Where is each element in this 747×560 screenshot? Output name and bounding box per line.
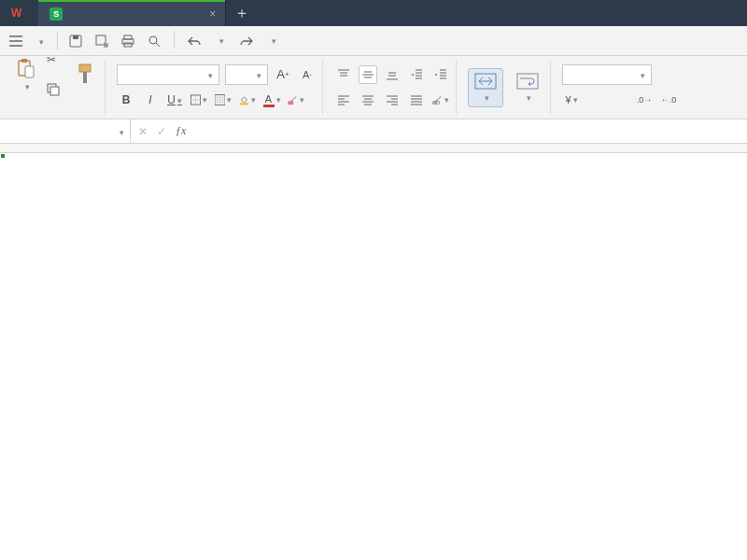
- paste-button[interactable]: [11, 58, 41, 91]
- wps-logo-icon: W: [11, 7, 21, 20]
- paste-label: [23, 80, 30, 91]
- wrap-text-button[interactable]: [511, 73, 544, 103]
- merge-center-label: [483, 91, 489, 103]
- svg-rect-12: [79, 64, 91, 72]
- close-tab-icon[interactable]: ×: [209, 7, 216, 21]
- increase-indent-button[interactable]: [431, 65, 450, 84]
- cut-button[interactable]: ✂: [47, 47, 65, 73]
- merge-center-button[interactable]: [468, 68, 503, 107]
- decrease-indent-button[interactable]: [407, 65, 426, 84]
- align-left-button[interactable]: [334, 91, 353, 109]
- justify-button[interactable]: [407, 91, 426, 109]
- fill-color-button[interactable]: [238, 91, 257, 109]
- group-merge: [462, 60, 551, 115]
- spreadsheet-grid[interactable]: [0, 153, 747, 558]
- chevron-down-icon: [206, 68, 213, 81]
- undo-icon[interactable]: [184, 31, 204, 51]
- spreadsheet-icon: S: [49, 7, 63, 21]
- copy-icon: [47, 83, 60, 96]
- print-icon[interactable]: [118, 31, 138, 51]
- svg-rect-11: [50, 87, 59, 95]
- document-tab[interactable]: S ×: [38, 0, 225, 26]
- formula-input[interactable]: [195, 119, 740, 143]
- brush-icon: [77, 63, 93, 84]
- increase-font-button[interactable]: A+: [274, 65, 292, 84]
- group-alignment: ab: [329, 60, 457, 115]
- separator: [174, 31, 175, 48]
- formula-bar[interactable]: ✕ ✓ ƒx: [131, 119, 747, 143]
- chevron-down-icon: [37, 35, 44, 48]
- group-font: A+ A- B I U A: [111, 60, 323, 115]
- cancel-icon[interactable]: ✕: [138, 125, 148, 138]
- confirm-icon[interactable]: ✓: [157, 125, 166, 138]
- formula-bar-row: ✕ ✓ ƒx: [0, 119, 747, 144]
- font-size-select[interactable]: [225, 64, 268, 85]
- fill-pattern-button[interactable]: [214, 91, 233, 109]
- align-middle-button[interactable]: [359, 65, 377, 84]
- increase-decimal-button[interactable]: .0→: [635, 91, 654, 109]
- undo-dropdown[interactable]: [210, 31, 231, 51]
- percent-button[interactable]: [586, 91, 605, 109]
- currency-button[interactable]: ¥: [562, 91, 581, 109]
- merge-icon: [474, 73, 497, 90]
- print-preview-icon[interactable]: [144, 31, 164, 51]
- group-number: ¥ .0→ ←.0: [557, 60, 684, 115]
- font-name-select[interactable]: [117, 64, 219, 85]
- new-tab-button[interactable]: ＋: [226, 0, 258, 26]
- title-bar: W S × ＋: [0, 0, 747, 26]
- borders-button[interactable]: [190, 91, 208, 109]
- svg-rect-13: [83, 72, 87, 83]
- app-tab[interactable]: W: [0, 0, 38, 26]
- svg-rect-20: [517, 74, 538, 89]
- chevron-down-icon: [176, 93, 182, 106]
- align-top-button[interactable]: [334, 65, 353, 84]
- chevron-down-icon: [255, 68, 261, 81]
- decrease-font-button[interactable]: A-: [298, 65, 317, 84]
- wrap-icon: [516, 73, 539, 90]
- bold-button[interactable]: B: [117, 91, 135, 109]
- orientation-button[interactable]: ab: [431, 91, 450, 109]
- svg-point-6: [149, 36, 157, 44]
- format-painter-button[interactable]: [71, 63, 99, 86]
- italic-button[interactable]: I: [141, 91, 160, 109]
- wrap-text-label: [525, 91, 531, 103]
- redo-icon[interactable]: [236, 31, 257, 51]
- ribbon: ✂ A+ A-: [0, 56, 747, 119]
- name-box-input[interactable]: [0, 125, 130, 138]
- redo-dropdown[interactable]: [262, 31, 283, 51]
- scissors-icon: ✂: [47, 53, 56, 66]
- menu-strip: [0, 26, 747, 56]
- fx-icon[interactable]: ƒx: [176, 124, 186, 138]
- svg-rect-17: [289, 102, 293, 105]
- number-format-select[interactable]: [562, 64, 652, 85]
- chevron-down-icon: [639, 68, 645, 81]
- name-box[interactable]: [0, 119, 131, 143]
- chevron-down-icon[interactable]: [118, 125, 124, 138]
- spacer: [0, 144, 747, 153]
- copy-button[interactable]: [47, 77, 65, 103]
- align-center-button[interactable]: [359, 91, 377, 109]
- save-icon[interactable]: [65, 31, 86, 51]
- align-right-button[interactable]: [383, 91, 402, 109]
- align-bottom-button[interactable]: [383, 65, 402, 84]
- svg-text:ab: ab: [432, 98, 440, 105]
- hamburger-icon[interactable]: [6, 31, 26, 51]
- comma-style-button[interactable]: [611, 91, 629, 109]
- save-as-icon[interactable]: [92, 31, 112, 51]
- paste-icon: [17, 58, 35, 78]
- underline-button[interactable]: U: [165, 91, 184, 109]
- font-color-button[interactable]: A: [262, 91, 281, 109]
- quick-access-toolbar: [65, 31, 283, 51]
- svg-rect-16: [240, 103, 248, 105]
- svg-rect-9: [25, 66, 34, 77]
- svg-rect-1: [73, 35, 78, 39]
- fill-handle[interactable]: [0, 153, 6, 159]
- svg-rect-8: [21, 59, 27, 63]
- svg-rect-3: [124, 35, 132, 39]
- decrease-decimal-button[interactable]: ←.0: [659, 91, 678, 109]
- group-clipboard: ✂: [6, 60, 106, 115]
- clear-formatting-button[interactable]: [287, 91, 305, 109]
